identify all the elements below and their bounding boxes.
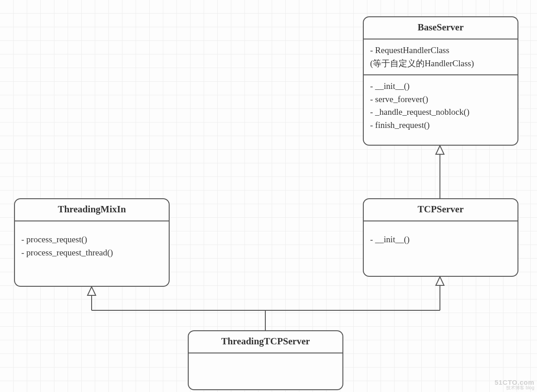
method-line: - process_request() [21,233,162,246]
class-tcp-server: TCPServer - __init__() [363,198,518,277]
svg-marker-5 [88,287,96,295]
attr-line: (等于自定义的HandlerClass) [370,57,511,70]
diagram-canvas: BaseServer - RequestHandlerClass (等于自定义的… [0,0,537,392]
watermark: 51CTO.com 技术博客 blog [494,379,534,390]
class-title: BaseServer [364,17,517,39]
class-base-server: BaseServer - RequestHandlerClass (等于自定义的… [363,16,518,146]
class-methods: - __init__() - serve_forever() - _handle… [364,74,517,136]
method-line: - __init__() [370,80,511,93]
method-line: - serve_forever() [370,93,511,106]
class-title: ThreadingTCPServer [189,331,342,353]
class-threading-mixin: ThreadingMixIn - process_request() - pro… [14,198,170,287]
attr-line: - RequestHandlerClass [370,44,511,57]
edge-tcpserver-to-baseserver [436,146,444,198]
class-body-empty [189,353,342,363]
class-threading-tcp-server: ThreadingTCPServer [188,330,343,390]
class-methods: - process_request() - process_request_th… [15,221,169,264]
method-line: - process_request_thread() [21,246,162,260]
class-title: TCPServer [364,199,517,221]
method-line: - _handle_request_noblock() [370,106,511,119]
method-line: - __init__() [370,233,511,246]
watermark-line2: 技术博客 blog [494,386,534,390]
svg-marker-1 [436,146,444,154]
class-title: ThreadingMixIn [15,199,169,221]
class-attributes: - RequestHandlerClass (等于自定义的HandlerClas… [364,39,517,74]
svg-marker-8 [436,277,444,285]
class-methods: - __init__() [364,221,517,251]
method-line: - finish_request() [370,119,511,132]
watermark-line1: 51CTO.com [494,379,534,386]
